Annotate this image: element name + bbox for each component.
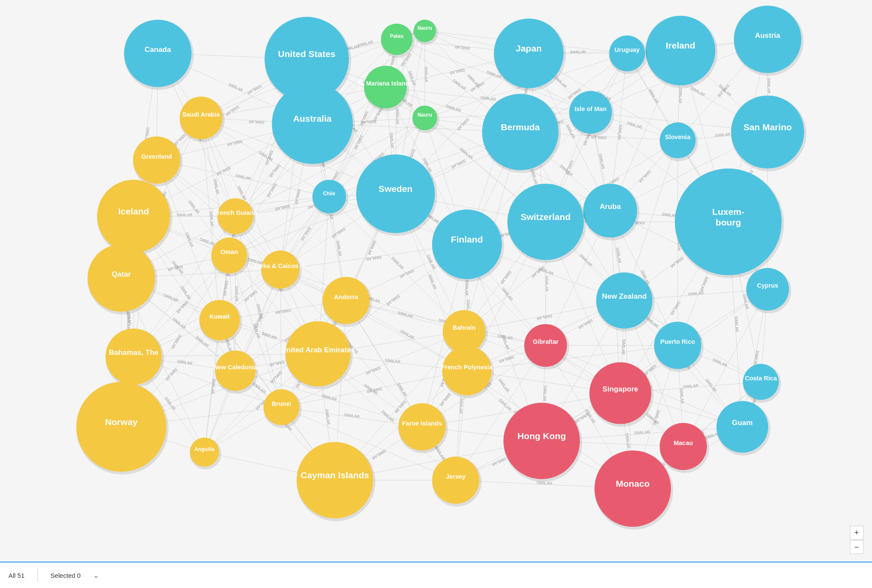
svg-point-652 [432,209,502,279]
node-anguilla[interactable]: Anguilla [190,437,221,469]
node-new_caledonia[interactable]: New Caledonia [213,351,258,394]
node-label-french_polynesia: French Polynesia [441,364,493,371]
svg-text:SIMILAR: SIMILAR [385,294,401,306]
svg-text:SIMILAR: SIMILAR [439,392,452,407]
svg-text:SIMILAR: SIMILAR [381,409,395,423]
svg-point-680 [442,346,492,395]
node-french_guiana[interactable]: French Guiana [214,198,258,237]
svg-point-660 [322,277,370,324]
node-label-jersey: Jersey [446,473,465,480]
node-cayman_islands[interactable]: Cayman Islands [297,442,376,521]
node-nauru[interactable]: Nauru [413,106,439,133]
node-uruguay[interactable]: Uruguay [609,35,648,74]
svg-point-690 [503,402,580,479]
svg-text:SIMILAR: SIMILAR [274,204,291,211]
node-palau[interactable]: Palau [381,23,415,58]
node-andorra[interactable]: Andorra [322,277,372,327]
node-saudi_arabia[interactable]: Saudi Arabia [180,97,225,142]
svg-text:SIMILAR: SIMILAR [365,365,381,376]
node-label-sweden: Sweden [379,184,413,194]
svg-text:SIMILAR: SIMILAR [491,457,507,467]
svg-text:SIMILAR: SIMILAR [499,270,512,285]
zoom-in-button[interactable]: + [850,526,863,539]
node-costa_rica[interactable]: Costa Rica [743,364,781,402]
svg-point-644 [218,198,253,234]
svg-text:SIMILAR: SIMILAR [577,318,593,330]
svg-text:SIMILAR: SIMILAR [467,73,481,88]
svg-text:SIMILAR: SIMILAR [542,385,548,401]
zoom-out-button[interactable]: − [850,540,863,554]
node-bermuda[interactable]: Bermuda [482,94,561,173]
node-slovenia[interactable]: Slovenia [660,123,698,161]
node-iceland[interactable]: Iceland [97,180,172,255]
node-nauru_top[interactable]: Nauru [413,20,438,45]
svg-text:SIMILAR: SIMILAR [179,285,192,301]
svg-text:SIMILAR: SIMILAR [224,104,240,117]
node-bahamas[interactable]: Bahamas, The [106,328,164,388]
node-label-australia: Australia [293,114,332,123]
collapse-button[interactable]: ⌄ [93,571,99,579]
node-turks_caicos[interactable]: Turks & Caicos Is. [254,251,307,291]
node-label-andorra: Andorra [334,294,359,300]
node-finland[interactable]: Finland [432,209,504,282]
svg-text:SIMILAR: SIMILAR [598,153,605,170]
svg-text:SIMILAR: SIMILAR [371,449,387,461]
node-n_mariana[interactable]: N. Mariana Islands [358,66,412,111]
node-brunei[interactable]: Brunei [264,389,302,428]
svg-text:SIMILAR: SIMILAR [688,291,704,297]
node-label-aruba: Aruba [600,202,621,211]
node-uae[interactable]: United Arab Emirates [281,321,355,389]
svg-text:SIMILAR: SIMILAR [699,276,709,292]
node-label-luxembourg: Luxem- [712,207,744,217]
svg-text:SIMILAR: SIMILAR [690,86,706,97]
node-label-japan: Japan [516,43,542,53]
node-label-uae: United Arab Emirates [281,345,355,354]
node-monaco[interactable]: Monaco [594,451,673,530]
node-label-guam: Guam [732,418,753,427]
node-faroe_islands[interactable]: Faroe Islands [399,403,448,453]
node-puerto_rico[interactable]: Puerto Rico [654,322,703,371]
node-jersey[interactable]: Jersey [432,457,482,506]
node-label-finland: Finland [451,234,483,244]
divider [37,569,38,582]
node-singapore[interactable]: Singapore [589,362,653,427]
svg-text:SIMILAR: SIMILAR [269,360,285,367]
node-ireland[interactable]: Ireland [645,16,717,88]
svg-point-638 [356,154,435,233]
node-label-gibraltar: Gibraltar [533,338,559,345]
node-oman[interactable]: Oman [211,237,250,276]
node-canada[interactable]: Canada [124,20,194,90]
node-label-switzerland: Switzerland [521,212,571,222]
node-qatar[interactable]: Qatar [88,244,158,314]
svg-point-686 [264,389,299,425]
node-guam[interactable]: Guam [717,401,771,455]
svg-point-654 [211,237,247,273]
node-australia[interactable]: Australia [272,83,355,167]
node-austria[interactable]: Austria [734,6,804,76]
node-norway[interactable]: Norway [76,382,168,475]
node-label-cyprus: Cyprus [757,282,778,289]
node-switzerland[interactable]: Switzerland [508,184,586,263]
svg-point-692 [660,423,707,470]
svg-point-622 [609,35,645,71]
svg-point-696 [190,437,219,467]
node-aruba[interactable]: Aruba [583,184,640,240]
node-san_marino[interactable]: San Marino [731,95,806,171]
svg-point-640 [313,180,346,213]
node-hong_kong[interactable]: Hong Kong [503,402,582,482]
node-label-palau: Palau [390,33,404,39]
node-french_polynesia[interactable]: French Polynesia [441,346,493,398]
svg-text:SIMILAR: SIMILAR [324,409,331,425]
node-gibraltar[interactable]: Gibraltar [524,324,569,370]
node-label-slovenia: Slovenia [665,134,691,140]
node-label-bermuda: Bermuda [501,122,540,132]
node-kuwait[interactable]: Kuwait [199,300,242,343]
svg-point-650 [508,184,584,260]
svg-text:SIMILAR: SIMILAR [163,293,179,303]
svg-text:SIMILAR: SIMILAR [247,84,262,95]
svg-text:SIMILAR: SIMILAR [634,430,650,435]
node-japan[interactable]: Japan [494,19,566,91]
node-cyprus[interactable]: Cyprus [746,268,792,314]
node-luxembourg[interactable]: Luxem-bourg [675,168,784,278]
node-sweden[interactable]: Sweden [356,154,437,236]
